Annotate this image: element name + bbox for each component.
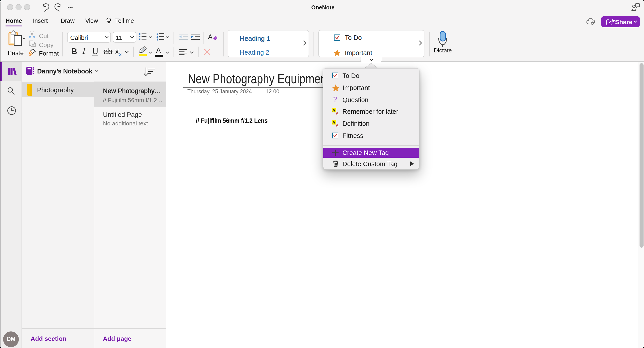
- svg-text:2: 2: [156, 35, 158, 38]
- svg-text:// Fujifilm 56mm f/1.2 Lens: // Fujifilm 56mm f/1.2 Lens: [196, 117, 268, 124]
- svg-text:A: A: [332, 108, 336, 113]
- svg-text:A: A: [208, 33, 212, 40]
- svg-text:New Photography Equipment: New Photography Equipment: [188, 71, 330, 86]
- svg-text:A: A: [336, 123, 338, 128]
- svg-text:A: A: [332, 120, 336, 125]
- svg-text:Thursday, 25 January 2024: Thursday, 25 January 2024: [188, 88, 252, 94]
- svg-text:12.00: 12.00: [266, 88, 279, 94]
- svg-text:3: 3: [156, 38, 158, 41]
- svg-text:1: 1: [156, 32, 158, 35]
- svg-text:A: A: [336, 111, 338, 116]
